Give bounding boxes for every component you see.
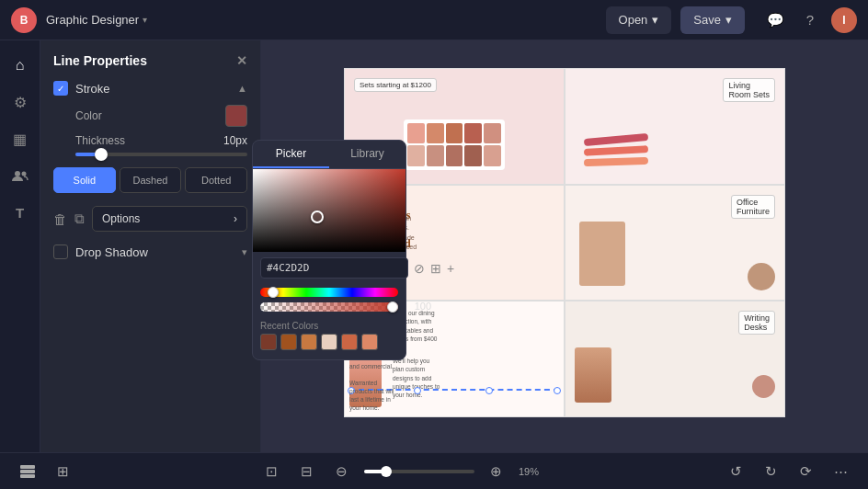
zoom-in-icon[interactable]: ⊕	[484, 459, 509, 484]
history-icon[interactable]: ⟳	[793, 459, 818, 484]
sidebar-item-grid[interactable]: ▦	[5, 123, 36, 154]
color-row: Color	[53, 105, 247, 127]
color-gradient[interactable]	[253, 169, 405, 252]
bottom-right: ↺ ↻ ⟳ ⋯	[723, 459, 853, 484]
recent-swatch[interactable]	[361, 334, 378, 350]
canvas-cell-office: OfficeFurniture	[565, 185, 785, 301]
save-button[interactable]: Save ▾	[680, 6, 745, 34]
hue-slider[interactable]	[260, 288, 398, 297]
bottom-left: ⊞	[15, 459, 75, 484]
cell-label-living-room: LivingRoom Sets	[723, 78, 775, 102]
stroke-chevron-icon[interactable]: ▲	[237, 83, 247, 94]
recent-swatch[interactable]	[341, 334, 358, 350]
thickness-section: Thickness 10px	[53, 134, 247, 156]
bottom-center: ⊡ ⊟ ⊖ ⊕ 19%	[86, 459, 712, 484]
grid-picker-icon[interactable]: ⊞	[430, 261, 441, 276]
drop-shadow-chevron-icon[interactable]: ▾	[242, 246, 247, 258]
tab-picker[interactable]: Picker	[253, 141, 329, 168]
svg-rect-4	[20, 474, 35, 478]
app-title: Graphic Designer	[46, 13, 139, 27]
canvas-grid: Sets starting at $1200	[344, 68, 785, 417]
thickness-slider[interactable]	[75, 153, 247, 156]
recent-swatch[interactable]	[260, 334, 277, 350]
dashed-button[interactable]: Dashed	[120, 167, 182, 193]
avatar[interactable]: I	[831, 7, 857, 33]
grid-view-icon[interactable]: ⊞	[50, 459, 75, 484]
open-label: Open	[619, 13, 648, 27]
zoom-out-icon[interactable]: ⊖	[329, 459, 355, 484]
line-properties-panel: Line Properties ✕ ✓ Stroke ▲ Color Thick…	[40, 40, 261, 452]
options-label: Options	[102, 212, 140, 225]
recent-swatch[interactable]	[280, 334, 297, 350]
recent-swatch[interactable]	[301, 334, 317, 350]
hex-row: ⊘ ⊞ +	[253, 252, 405, 284]
add-color-icon[interactable]: +	[447, 261, 454, 276]
stroke-checkbox[interactable]: ✓	[53, 81, 68, 96]
color-label: Color	[75, 109, 102, 122]
recent-swatch[interactable]	[321, 334, 337, 350]
open-chevron-icon: ▾	[652, 13, 658, 27]
cell-label-writing: WritingDesks	[738, 311, 775, 335]
canvas-content: Sets starting at $1200	[344, 68, 785, 417]
layers-icon[interactable]	[15, 459, 40, 484]
chat-icon[interactable]: 💬	[761, 6, 789, 34]
options-row: 🗑 ⧉ Options ›	[53, 206, 247, 232]
app-logo: B	[11, 7, 37, 33]
alpha-thumb[interactable]	[387, 301, 398, 313]
main-layout: ⌂ ⚙ ▦ T Line Properties ✕ ✓ Stroke ▲ Col…	[0, 40, 868, 452]
drop-shadow-checkbox[interactable]	[53, 244, 68, 259]
svg-point-0	[15, 171, 20, 176]
help-icon[interactable]: ?	[796, 6, 824, 34]
eyedropper-icon[interactable]: ⊘	[414, 261, 425, 276]
save-label: Save	[693, 13, 721, 27]
thickness-value: 10px	[223, 134, 247, 147]
recent-colors-label: Recent Colors	[253, 315, 405, 334]
cell-label-office: OfficeFurniture	[731, 195, 775, 219]
close-icon[interactable]: ✕	[236, 53, 247, 68]
cell-label-sets: Sets starting at $1200	[354, 78, 437, 92]
recent-colors-row	[253, 334, 405, 350]
duplicate-icon[interactable]: ⧉	[74, 210, 85, 227]
gradient-cursor[interactable]	[311, 210, 324, 223]
title-chevron-icon: ▾	[143, 15, 147, 25]
hue-thumb[interactable]	[268, 287, 279, 298]
bottombar: ⊞ ⊡ ⊟ ⊖ ⊕ 19% ↺ ↻ ⟳ ⋯	[0, 452, 868, 489]
alpha-value: 100	[415, 301, 431, 312]
sidebar-item-sliders[interactable]: ⚙	[5, 86, 36, 118]
fit-view-icon[interactable]: ⊡	[259, 459, 285, 484]
drop-shadow-section: Drop Shadow ▾	[53, 244, 247, 259]
sidebar-item-home[interactable]: ⌂	[5, 50, 36, 81]
canvas-cell-writing-desks: WritingDesks	[565, 301, 785, 417]
topbar-icons: 💬 ? I	[761, 6, 857, 34]
topbar: B Graphic Designer ▾ Open ▾ Save ▾ 💬 ? I	[0, 0, 868, 40]
panel-title-text: Line Properties	[53, 53, 147, 68]
tab-library[interactable]: Library	[329, 141, 405, 168]
options-chevron-icon: ›	[234, 212, 237, 225]
redo-icon[interactable]: ↻	[758, 459, 783, 484]
stroke-label: Stroke	[75, 82, 230, 96]
open-button[interactable]: Open ▾	[606, 6, 672, 34]
alpha-slider[interactable]	[260, 302, 398, 312]
dotted-button[interactable]: Dotted	[185, 167, 247, 193]
thickness-label: Thickness	[75, 134, 125, 147]
sidebar-item-text[interactable]: T	[5, 197, 36, 228]
app-title-area[interactable]: Graphic Designer ▾	[46, 13, 147, 27]
drop-shadow-label: Drop Shadow	[75, 245, 234, 259]
delete-icon[interactable]: 🗑	[53, 211, 67, 227]
canvas-cell-lipstick: LivingRoom Sets	[565, 68, 785, 185]
options-button[interactable]: Options ›	[92, 206, 247, 232]
save-chevron-icon: ▾	[725, 13, 732, 27]
left-sidebar: ⌂ ⚙ ▦ T	[0, 40, 40, 452]
color-swatch[interactable]	[225, 105, 247, 127]
zoom-slider[interactable]	[364, 470, 474, 473]
zoom-percent: 19%	[519, 466, 539, 477]
picker-tabs: Picker Library	[253, 141, 405, 169]
frame-icon[interactable]: ⊟	[294, 459, 320, 484]
sidebar-item-users[interactable]	[5, 160, 36, 191]
undo-icon[interactable]: ↺	[723, 459, 748, 484]
hex-input[interactable]	[260, 257, 408, 279]
more-icon[interactable]: ⋯	[828, 459, 853, 484]
svg-rect-2	[20, 465, 35, 469]
solid-button[interactable]: Solid	[53, 167, 116, 193]
svg-point-1	[21, 172, 26, 176]
